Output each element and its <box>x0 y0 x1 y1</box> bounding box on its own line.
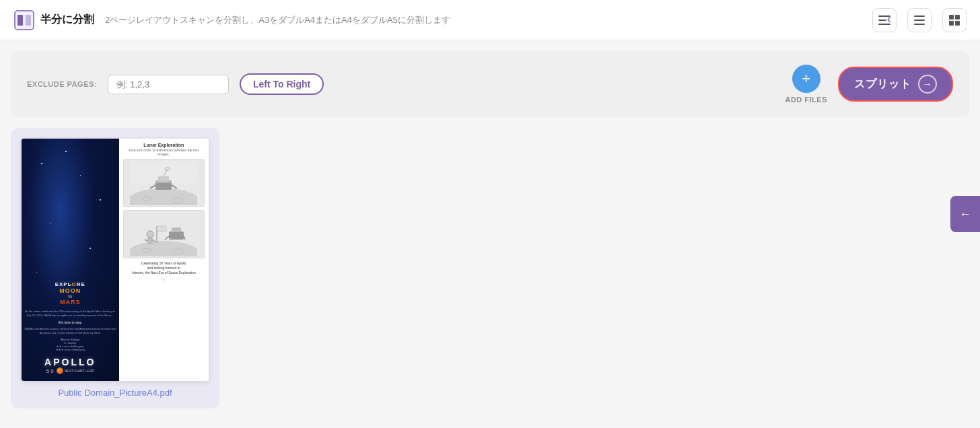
svg-rect-14 <box>955 21 960 26</box>
lunar-caption: Celebrating 50 Years of Apolloand lookin… <box>123 261 205 275</box>
header-actions <box>872 8 967 32</box>
lunar-image-2 <box>123 210 205 258</box>
app-title: 半分に分割 <box>40 13 94 27</box>
svg-rect-10 <box>914 24 925 25</box>
pdf-card: EXPLORE MOON to MARS As the nation celeb… <box>11 128 219 408</box>
toolbar: EXCLUDE PAGES: Left To Right + ADD FILES… <box>11 51 969 117</box>
svg-rect-12 <box>955 15 960 20</box>
pdf-filename: Public Domain_PictureA4.pdf <box>58 388 172 398</box>
add-files-label: ADD FILES <box>785 96 827 104</box>
app-logo-icon <box>13 9 35 31</box>
apollo-logo: APOLLO 50 NEXT GIANT LEAP <box>44 357 96 374</box>
header-list-icon-btn[interactable] <box>872 8 897 32</box>
grid-icon <box>949 15 960 26</box>
app-header: 半分に分割 2ページレイアウトスキャンを分割し、A3をダブルA4またはA4をダブ… <box>0 0 980 40</box>
svg-rect-5 <box>878 24 890 25</box>
lunar-title: Lunar Exploration <box>123 143 205 147</box>
add-files-button[interactable]: + ADD FILES <box>785 65 827 104</box>
svg-rect-3 <box>878 15 890 17</box>
explore-title: EXPLORE MOON to MARS <box>55 281 85 306</box>
svg-rect-35 <box>172 227 181 232</box>
svg-point-28 <box>147 231 153 238</box>
lunar-subtitle: Find and circle 10 differences between t… <box>123 148 205 156</box>
svg-rect-29 <box>147 238 153 244</box>
pdf-right-page: Lunar Exploration Find and circle 10 dif… <box>119 139 209 381</box>
lunar-image-1 <box>123 159 205 207</box>
pdf-left-page: EXPLORE MOON to MARS As the nation celeb… <box>22 139 119 381</box>
svg-rect-34 <box>169 231 184 240</box>
svg-line-6 <box>888 17 890 20</box>
body-text: As the nation celebrates the 50th annive… <box>22 310 119 351</box>
header-grid-icon-btn[interactable] <box>942 8 967 32</box>
svg-rect-8 <box>914 15 925 17</box>
svg-rect-25 <box>130 162 197 183</box>
main-content: EXPLORE MOON to MARS As the nation celeb… <box>0 117 980 419</box>
add-files-plus-icon: + <box>792 65 820 93</box>
hamburger-icon <box>914 15 925 25</box>
exclude-pages-input[interactable] <box>108 75 229 94</box>
app-subtitle: 2ページレイアウトスキャンを分割し、A3をダブルA4またはA4をダブルA5に分割… <box>105 14 872 26</box>
svg-line-7 <box>888 20 890 22</box>
lunar-scene-2-svg <box>130 213 197 256</box>
logo-area: 半分に分割 <box>13 9 105 31</box>
apollo-text: APOLLO <box>44 357 96 367</box>
direction-button[interactable]: Left To Right <box>240 73 324 95</box>
svg-rect-9 <box>914 20 925 21</box>
svg-rect-2 <box>26 15 31 26</box>
star-rating: ☆ <box>123 277 205 282</box>
list-icon <box>878 15 890 25</box>
exclude-label: EXCLUDE PAGES: <box>27 80 97 88</box>
svg-rect-33 <box>157 226 166 231</box>
header-menu-icon-btn[interactable] <box>907 8 932 32</box>
split-button[interactable]: スプリット → <box>838 67 953 102</box>
svg-rect-11 <box>949 15 954 20</box>
svg-rect-13 <box>949 21 954 26</box>
floating-arrow-icon: ← <box>959 207 971 221</box>
svg-rect-1 <box>18 15 23 26</box>
floating-back-button[interactable]: ← <box>950 196 980 232</box>
split-button-label: スプリット <box>854 77 911 92</box>
svg-rect-4 <box>878 20 886 21</box>
pdf-preview: EXPLORE MOON to MARS As the nation celeb… <box>22 139 209 381</box>
split-button-arrow-icon: → <box>918 75 937 94</box>
lunar-scene-1-svg <box>130 162 197 205</box>
